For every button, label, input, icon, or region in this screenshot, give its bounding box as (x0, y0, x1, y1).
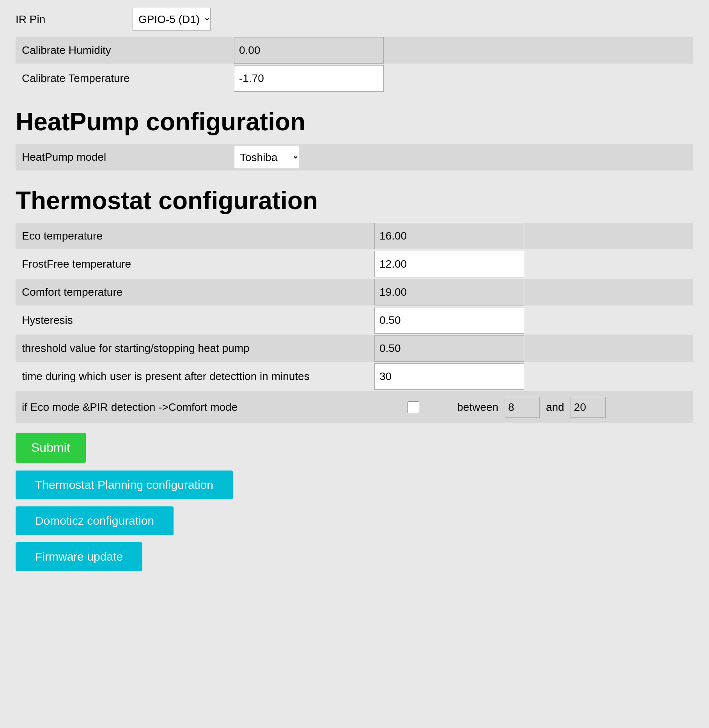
heatpump-section-title: HeatPump configuration (16, 107, 693, 136)
ir-pin-select[interactable]: GPIO-5 (D1) GPIO-4 (D2) GPIO-0 (D3) (133, 8, 211, 31)
eco-pir-checkbox-cell (374, 391, 452, 423)
between-label-1: between (457, 401, 498, 414)
eco-temperature-input[interactable] (374, 223, 524, 249)
eco-pir-checkbox[interactable] (408, 401, 419, 413)
frostfree-temperature-label: FrostFree temperature (16, 251, 374, 277)
comfort-temperature-row: Comfort temperature (16, 279, 693, 305)
threshold-row: threshold value for starting/stopping he… (16, 335, 693, 362)
hysteresis-label: Hysteresis (16, 307, 374, 334)
calibrate-temperature-input[interactable] (234, 65, 384, 92)
submit-button[interactable]: Submit (16, 433, 86, 463)
ir-pin-row: IR Pin GPIO-5 (D1) GPIO-4 (D2) GPIO-0 (D… (16, 8, 693, 31)
frostfree-temperature-row: FrostFree temperature (16, 251, 693, 277)
domoticz-config-button[interactable]: Domoticz configuration (16, 506, 174, 535)
calibrate-temperature-row: Calibrate Temperature (16, 65, 693, 92)
hysteresis-row: Hysteresis (16, 307, 693, 334)
thermostat-section-title: Thermostat configuration (16, 186, 693, 215)
calibrate-temperature-label: Calibrate Temperature (16, 65, 234, 92)
between-wrap: between and (452, 391, 610, 423)
firmware-update-button[interactable]: Firmware update (16, 542, 142, 571)
frostfree-temperature-input[interactable] (374, 251, 524, 277)
between-end-input[interactable] (571, 397, 606, 418)
calibrate-humidity-input[interactable] (234, 37, 384, 64)
between-start-input[interactable] (505, 397, 540, 418)
time-present-label: time during which user is present after … (16, 363, 374, 390)
calibrate-humidity-row: Calibrate Humidity (16, 37, 693, 64)
heatpump-model-select[interactable]: Toshiba Daikin Mitsubishi (234, 146, 299, 169)
hysteresis-input[interactable] (374, 307, 524, 334)
comfort-temperature-input[interactable] (374, 279, 524, 305)
heatpump-model-select-wrap: Toshiba Daikin Mitsubishi (234, 144, 299, 170)
eco-pir-label: if Eco mode &PIR detection ->Comfort mod… (16, 391, 374, 423)
ir-pin-label: IR Pin (16, 13, 133, 26)
heatpump-model-row: HeatPump model Toshiba Daikin Mitsubishi (16, 144, 693, 170)
heatpump-model-label: HeatPump model (16, 144, 234, 170)
comfort-temperature-label: Comfort temperature (16, 279, 374, 305)
eco-temperature-label: Eco temperature (16, 223, 374, 249)
time-present-input[interactable] (374, 363, 524, 390)
ir-pin-select-wrap: GPIO-5 (D1) GPIO-4 (D2) GPIO-0 (D3) (133, 8, 211, 31)
eco-temperature-row: Eco temperature (16, 223, 693, 249)
eco-pir-row: if Eco mode &PIR detection ->Comfort mod… (16, 391, 693, 423)
calibrate-humidity-label: Calibrate Humidity (16, 37, 234, 64)
time-present-row: time during which user is present after … (16, 363, 693, 390)
threshold-input[interactable] (374, 335, 524, 362)
between-label-2: and (546, 401, 564, 414)
thermostat-planning-button[interactable]: Thermostat Planning configuration (16, 471, 233, 499)
threshold-label: threshold value for starting/stopping he… (16, 335, 374, 362)
thermostat-table: Eco temperature FrostFree temperature Co… (16, 223, 693, 423)
